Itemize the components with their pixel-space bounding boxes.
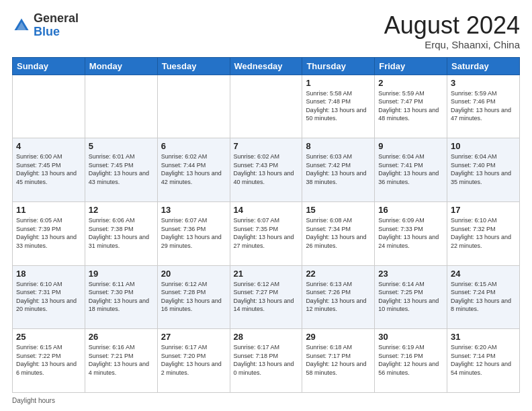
calendar-cell: [157, 75, 230, 138]
day-info: Sunrise: 6:12 AM Sunset: 7:28 PM Dayligh…: [161, 281, 222, 313]
main-title: August 2024: [384, 12, 520, 39]
day-info: Sunrise: 6:02 AM Sunset: 7:44 PM Dayligh…: [161, 153, 222, 185]
day-header: Tuesday: [157, 57, 230, 75]
calendar: SundayMondayTuesdayWednesdayThursdayFrid…: [12, 57, 520, 393]
calendar-cell: 1Sunrise: 5:58 AM Sunset: 7:48 PM Daylig…: [302, 75, 375, 138]
header: General Blue August 2024 Erqu, Shaanxi, …: [12, 12, 520, 50]
calendar-cell: 6Sunrise: 6:02 AM Sunset: 7:44 PM Daylig…: [157, 138, 230, 202]
calendar-cell: 13Sunrise: 6:07 AM Sunset: 7:36 PM Dayli…: [157, 201, 230, 265]
day-number: 14: [234, 205, 299, 215]
day-number: 13: [161, 205, 226, 215]
day-number: 22: [306, 269, 371, 279]
title-block: August 2024 Erqu, Shaanxi, China: [384, 12, 520, 50]
day-info: Sunrise: 6:20 AM Sunset: 7:14 PM Dayligh…: [451, 344, 511, 376]
calendar-cell: 20Sunrise: 6:12 AM Sunset: 7:28 PM Dayli…: [157, 265, 230, 329]
day-info: Sunrise: 6:06 AM Sunset: 7:38 PM Dayligh…: [89, 217, 149, 249]
day-number: 7: [234, 141, 299, 151]
calendar-cell: 2Sunrise: 5:59 AM Sunset: 7:47 PM Daylig…: [375, 75, 447, 138]
calendar-cell: 30Sunrise: 6:19 AM Sunset: 7:16 PM Dayli…: [375, 329, 447, 393]
calendar-cell: 10Sunrise: 6:04 AM Sunset: 7:40 PM Dayli…: [447, 138, 520, 202]
footer: Daylight hours: [12, 397, 520, 404]
calendar-cell: [230, 75, 302, 138]
logo-text: General Blue: [34, 12, 79, 39]
calendar-cell: 24Sunrise: 6:15 AM Sunset: 7:24 PM Dayli…: [447, 265, 520, 329]
calendar-cell: 19Sunrise: 6:11 AM Sunset: 7:30 PM Dayli…: [85, 265, 157, 329]
logo-general: General: [34, 11, 79, 25]
calendar-cell: 5Sunrise: 6:01 AM Sunset: 7:45 PM Daylig…: [85, 138, 157, 202]
logo: General Blue: [12, 12, 79, 39]
day-info: Sunrise: 5:59 AM Sunset: 7:47 PM Dayligh…: [378, 90, 439, 122]
page: General Blue August 2024 Erqu, Shaanxi, …: [0, 0, 532, 411]
day-number: 18: [16, 269, 81, 279]
day-info: Sunrise: 6:07 AM Sunset: 7:36 PM Dayligh…: [161, 217, 222, 249]
logo-blue: Blue: [34, 25, 60, 38]
calendar-cell: 25Sunrise: 6:15 AM Sunset: 7:22 PM Dayli…: [13, 329, 85, 393]
day-info: Sunrise: 6:00 AM Sunset: 7:45 PM Dayligh…: [16, 153, 77, 185]
calendar-cell: 11Sunrise: 6:05 AM Sunset: 7:39 PM Dayli…: [13, 201, 85, 265]
day-info: Sunrise: 6:10 AM Sunset: 7:32 PM Dayligh…: [451, 217, 511, 249]
day-info: Sunrise: 6:12 AM Sunset: 7:27 PM Dayligh…: [234, 281, 294, 313]
day-number: 12: [89, 205, 154, 215]
day-info: Sunrise: 6:01 AM Sunset: 7:45 PM Dayligh…: [89, 153, 149, 185]
day-number: 5: [89, 141, 154, 151]
day-info: Sunrise: 6:04 AM Sunset: 7:40 PM Dayligh…: [451, 153, 511, 185]
calendar-cell: 18Sunrise: 6:10 AM Sunset: 7:31 PM Dayli…: [13, 265, 85, 329]
calendar-cell: [13, 75, 85, 138]
subtitle: Erqu, Shaanxi, China: [384, 39, 520, 50]
day-number: 4: [16, 141, 81, 151]
day-header: Saturday: [447, 57, 520, 75]
day-number: 2: [378, 78, 443, 88]
day-info: Sunrise: 6:14 AM Sunset: 7:25 PM Dayligh…: [378, 281, 439, 313]
day-number: 19: [89, 269, 154, 279]
day-header: Monday: [85, 57, 157, 75]
day-info: Sunrise: 6:10 AM Sunset: 7:31 PM Dayligh…: [16, 281, 77, 313]
day-info: Sunrise: 6:15 AM Sunset: 7:24 PM Dayligh…: [451, 281, 511, 313]
day-number: 27: [161, 332, 226, 342]
day-number: 3: [451, 78, 516, 88]
calendar-cell: 31Sunrise: 6:20 AM Sunset: 7:14 PM Dayli…: [447, 329, 520, 393]
day-number: 21: [234, 269, 299, 279]
day-info: Sunrise: 6:02 AM Sunset: 7:43 PM Dayligh…: [234, 153, 294, 185]
day-number: 23: [378, 269, 443, 279]
day-number: 28: [234, 332, 299, 342]
day-number: 16: [378, 205, 443, 215]
day-header: Sunday: [13, 57, 85, 75]
calendar-cell: 21Sunrise: 6:12 AM Sunset: 7:27 PM Dayli…: [230, 265, 302, 329]
day-number: 24: [451, 269, 516, 279]
calendar-cell: 7Sunrise: 6:02 AM Sunset: 7:43 PM Daylig…: [230, 138, 302, 202]
day-info: Sunrise: 6:16 AM Sunset: 7:21 PM Dayligh…: [89, 344, 149, 376]
day-info: Sunrise: 6:13 AM Sunset: 7:26 PM Dayligh…: [306, 281, 366, 313]
day-number: 11: [16, 205, 81, 215]
day-number: 8: [306, 141, 371, 151]
calendar-cell: 29Sunrise: 6:18 AM Sunset: 7:17 PM Dayli…: [302, 329, 375, 393]
day-number: 6: [161, 141, 226, 151]
calendar-cell: 8Sunrise: 6:03 AM Sunset: 7:42 PM Daylig…: [302, 138, 375, 202]
day-info: Sunrise: 6:07 AM Sunset: 7:35 PM Dayligh…: [234, 217, 294, 249]
calendar-cell: [85, 75, 157, 138]
day-info: Sunrise: 6:17 AM Sunset: 7:18 PM Dayligh…: [234, 344, 294, 376]
day-number: 29: [306, 332, 371, 342]
day-info: Sunrise: 6:09 AM Sunset: 7:33 PM Dayligh…: [378, 217, 439, 249]
day-number: 9: [378, 141, 443, 151]
day-number: 17: [451, 205, 516, 215]
day-info: Sunrise: 6:17 AM Sunset: 7:20 PM Dayligh…: [161, 344, 222, 376]
day-number: 31: [451, 332, 516, 342]
calendar-cell: 16Sunrise: 6:09 AM Sunset: 7:33 PM Dayli…: [375, 201, 447, 265]
calendar-cell: 15Sunrise: 6:08 AM Sunset: 7:34 PM Dayli…: [302, 201, 375, 265]
calendar-cell: 9Sunrise: 6:04 AM Sunset: 7:41 PM Daylig…: [375, 138, 447, 202]
day-info: Sunrise: 6:19 AM Sunset: 7:16 PM Dayligh…: [378, 344, 439, 376]
day-info: Sunrise: 6:03 AM Sunset: 7:42 PM Dayligh…: [306, 153, 366, 185]
day-number: 15: [306, 205, 371, 215]
day-info: Sunrise: 6:04 AM Sunset: 7:41 PM Dayligh…: [378, 153, 439, 185]
logo-icon: [12, 16, 31, 35]
calendar-cell: 4Sunrise: 6:00 AM Sunset: 7:45 PM Daylig…: [13, 138, 85, 202]
calendar-cell: 28Sunrise: 6:17 AM Sunset: 7:18 PM Dayli…: [230, 329, 302, 393]
day-info: Sunrise: 6:15 AM Sunset: 7:22 PM Dayligh…: [16, 344, 77, 376]
calendar-cell: 12Sunrise: 6:06 AM Sunset: 7:38 PM Dayli…: [85, 201, 157, 265]
day-info: Sunrise: 5:58 AM Sunset: 7:48 PM Dayligh…: [306, 90, 366, 122]
day-info: Sunrise: 6:05 AM Sunset: 7:39 PM Dayligh…: [16, 217, 77, 249]
footer-label: Daylight hours: [12, 397, 55, 404]
calendar-cell: 26Sunrise: 6:16 AM Sunset: 7:21 PM Dayli…: [85, 329, 157, 393]
day-number: 25: [16, 332, 81, 342]
calendar-cell: 17Sunrise: 6:10 AM Sunset: 7:32 PM Dayli…: [447, 201, 520, 265]
